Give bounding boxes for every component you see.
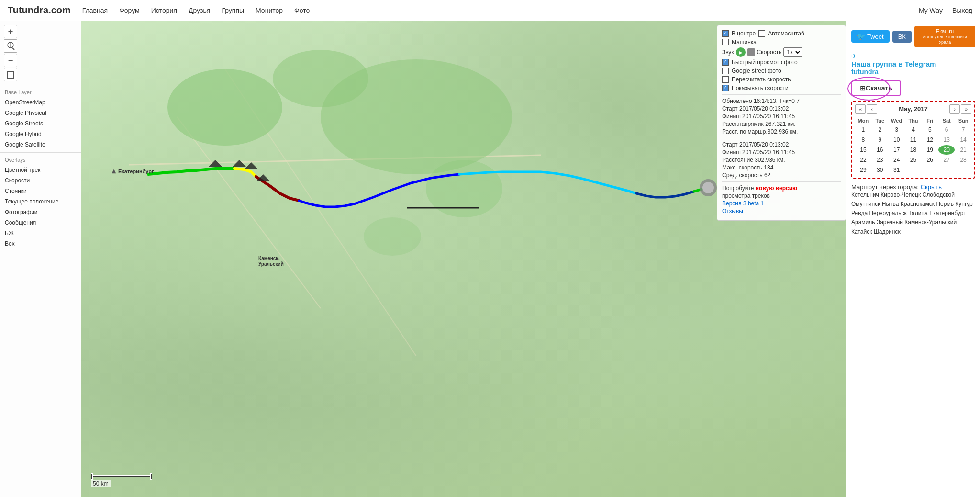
cal-day-27[interactable]: 27 <box>938 155 955 165</box>
cal-day-4[interactable]: 4 <box>905 125 922 135</box>
cal-day-2[interactable]: 2 <box>872 125 888 135</box>
svg-point-11 <box>426 160 502 217</box>
quickphoto-checkbox[interactable] <box>722 59 729 66</box>
cal-day-17[interactable]: 17 <box>889 145 905 155</box>
city-label-ekaterinburg: Екатеринбург <box>111 169 154 174</box>
sidebar-colored-track[interactable]: Цветной трек <box>0 165 81 175</box>
cal-day-8[interactable]: 8 <box>855 135 871 145</box>
scale-label: 50 km <box>91 480 111 487</box>
sidebar-photos[interactable]: Фотографии <box>0 207 81 217</box>
v-centre-checkbox[interactable] <box>722 30 729 37</box>
cal-day-3[interactable]: 3 <box>889 125 905 135</box>
cal-day-29[interactable]: 29 <box>855 165 871 175</box>
cal-day-12[interactable]: 12 <box>922 135 938 145</box>
nav-myway[interactable]: My Way <box>919 7 943 14</box>
map-area[interactable]: Екатеринбург Каменск- Уральский 50 km В … <box>81 21 846 497</box>
sidebar-openstreetmap[interactable]: OpenStreetMap <box>0 98 81 107</box>
vk-button[interactable]: ВК <box>892 31 912 43</box>
nav-right-links: My Way Выход <box>919 7 972 14</box>
svg-line-6 <box>177 117 321 308</box>
nav-photo[interactable]: Фото <box>294 7 310 14</box>
sidebar-messages[interactable]: Сообщения <box>0 218 81 227</box>
mashinka-checkbox[interactable] <box>722 39 729 45</box>
zoom-in-button[interactable]: + <box>4 25 17 38</box>
tweet-button[interactable]: 🐦 Tweet <box>851 30 890 43</box>
download-label: ⊞Скачать <box>860 84 892 92</box>
svg-marker-16 <box>232 160 246 167</box>
sidebar-speeds[interactable]: Скорости <box>0 176 81 185</box>
route-cities: Котельнич Кирово-Чепецк Слободской Омутн… <box>851 191 975 237</box>
calendar: « ‹ May, 2017 › » Mon Tue Wed Thu Fri Sa… <box>851 101 975 179</box>
telegram-link[interactable]: Наша группа в Telegram <box>851 60 975 68</box>
avtomastab-label: Автомасштаб <box>768 30 804 37</box>
nav-forum[interactable]: Форум <box>119 7 140 14</box>
cal-prev-button[interactable]: ‹ <box>867 104 877 114</box>
dist-straight-row: Расст.напрямик 267.321 км. <box>722 121 841 127</box>
cal-day-1[interactable]: 1 <box>855 125 871 135</box>
recalc-label: Пересчитать скорость <box>732 76 791 83</box>
feedback-link[interactable]: Отзывы <box>722 208 743 215</box>
avtomastab-checkbox[interactable] <box>758 30 765 37</box>
cal-day-11[interactable]: 11 <box>905 135 922 145</box>
cal-day-5[interactable]: 5 <box>922 125 938 135</box>
download-wrapper: ⊞Скачать <box>851 80 975 96</box>
sidebar-current-position[interactable]: Текущее положение <box>0 197 81 206</box>
sidebar-bzh[interactable]: БЖ <box>0 228 81 238</box>
sidebar-divider-1 <box>0 152 81 153</box>
googlestreet-checkbox[interactable] <box>722 68 729 74</box>
cal-day-25[interactable]: 25 <box>905 155 922 165</box>
cal-next-button[interactable]: › <box>949 104 960 114</box>
overlay-speed-row: Звук ▶ Скорость 1x2x4x <box>722 47 841 57</box>
play-button[interactable]: ▶ <box>736 47 746 57</box>
sidebar-box[interactable]: Box <box>0 239 81 248</box>
cal-nav-next-group: › » <box>949 104 971 114</box>
sidebar-overlays: Overlays <box>0 156 81 164</box>
cal-day-14[interactable]: 14 <box>955 135 971 145</box>
version-link[interactable]: Версия 3 beta 1 <box>722 200 764 207</box>
cal-day-26[interactable]: 26 <box>922 155 938 165</box>
cal-day-16[interactable]: 16 <box>872 145 888 155</box>
cal-day-20[interactable]: 20 <box>938 145 955 155</box>
speed-select[interactable]: 1x2x4x <box>783 47 802 57</box>
download-button[interactable]: ⊞Скачать <box>851 80 901 96</box>
nav-glavnaya[interactable]: Главная <box>82 7 108 14</box>
nav-logout[interactable]: Выход <box>952 7 972 14</box>
nav-groups[interactable]: Группы <box>222 7 244 14</box>
cal-day-30[interactable]: 30 <box>872 165 888 175</box>
nav-friends[interactable]: Друзья <box>189 7 210 14</box>
cal-day-9[interactable]: 9 <box>872 135 888 145</box>
cal-day-19[interactable]: 19 <box>922 145 938 155</box>
cal-day-22[interactable]: 22 <box>855 155 871 165</box>
sidebar-google-hybrid[interactable]: Google Hybrid <box>0 129 81 139</box>
cal-day-15[interactable]: 15 <box>855 145 871 155</box>
cal-next-fast-button[interactable]: » <box>961 104 971 114</box>
showspeed-checkbox[interactable] <box>722 85 729 91</box>
sidebar-google-physical[interactable]: Google Physical <box>0 108 81 118</box>
cal-day-31[interactable]: 31 <box>889 165 905 175</box>
ekau-button[interactable]: Екau.ru Автопутешественники Урала <box>914 26 975 47</box>
cal-prev-fast-button[interactable]: « <box>855 104 866 114</box>
sidebar-stops[interactable]: Стоянки <box>0 186 81 196</box>
cal-day-7[interactable]: 7 <box>955 125 971 135</box>
try-text: Попробуйте <box>722 185 756 192</box>
start-date-row: Старт 2017/05/20 0:13:02 <box>722 105 841 112</box>
sidebar-google-satellite[interactable]: Google Satellite <box>0 140 81 149</box>
social-buttons: 🐦 Tweet ВК Екau.ru Автопутешественники У… <box>851 26 975 47</box>
cal-day-6[interactable]: 6 <box>938 125 955 135</box>
route-hide-link[interactable]: Скрыть <box>921 183 942 191</box>
cal-day-24[interactable]: 24 <box>889 155 905 165</box>
nav-history[interactable]: История <box>151 7 177 14</box>
cal-day-13[interactable]: 13 <box>938 135 955 145</box>
cal-day-28[interactable]: 28 <box>955 155 971 165</box>
cal-day-10[interactable]: 10 <box>889 135 905 145</box>
svg-point-8 <box>167 69 282 146</box>
zoom-out-button[interactable]: − <box>4 54 17 67</box>
sidebar-google-streets[interactable]: Google Streets <box>0 119 81 128</box>
cal-day-21[interactable]: 21 <box>955 145 971 155</box>
nav-monitor[interactable]: Монитор <box>256 7 283 14</box>
avg-speed-row: Сред. скорость 62 <box>722 172 841 179</box>
cal-day-23[interactable]: 23 <box>872 155 888 165</box>
recalc-checkbox[interactable] <box>722 76 729 83</box>
new-version-link[interactable]: новую версию <box>756 185 797 192</box>
cal-day-18[interactable]: 18 <box>905 145 922 155</box>
